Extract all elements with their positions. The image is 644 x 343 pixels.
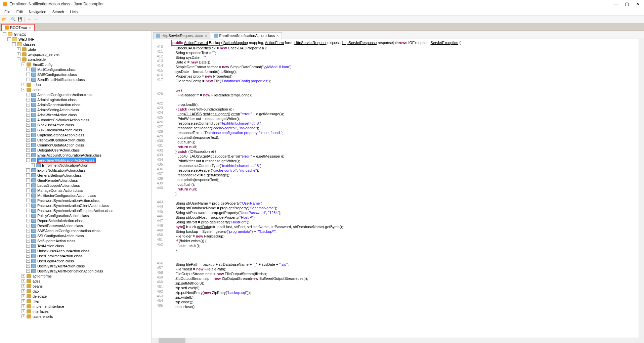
tree-toggle-icon[interactable]: + xyxy=(26,199,30,202)
tree-toggle-icon[interactable]: + xyxy=(26,93,30,96)
tree-toggle-icon[interactable]: + xyxy=(22,299,25,303)
tree-item[interactable]: +Ldap xyxy=(0,82,152,87)
tree-toggle-icon[interactable]: + xyxy=(26,118,30,122)
tree-toggle-icon[interactable]: + xyxy=(26,168,30,172)
tree-toggle-icon[interactable]: + xyxy=(26,78,30,81)
tree-item[interactable]: +UserSystrayAlertAction.class xyxy=(0,263,152,268)
tree-item[interactable]: +GeneralSettingAction.class xyxy=(0,173,152,178)
tree-toggle-icon[interactable]: + xyxy=(22,83,25,86)
file-tab-root[interactable]: ROOT.war ✕ xyxy=(1,24,35,31)
tree-item[interactable]: -action xyxy=(0,87,152,92)
tree-toggle-icon[interactable]: + xyxy=(26,234,30,238)
tree-toggle-icon[interactable]: + xyxy=(26,153,30,157)
tree-item[interactable]: +AdminLoginAction.class xyxy=(0,97,152,102)
tree-toggle-icon[interactable]: + xyxy=(26,128,30,132)
tree-item[interactable]: +iasnerenorts xyxy=(0,314,152,319)
tree-toggle-icon[interactable]: + xyxy=(26,214,30,217)
tree-toggle-icon[interactable]: + xyxy=(26,194,30,197)
tree-item[interactable]: +implementInterface xyxy=(0,304,152,309)
tree-toggle-icon[interactable]: + xyxy=(26,148,30,152)
tree-toggle-icon[interactable]: - xyxy=(22,62,25,66)
tree-toggle-icon[interactable]: - xyxy=(7,37,11,41)
tree-toggle-icon[interactable]: + xyxy=(22,274,25,278)
tree-toggle-icon[interactable]: + xyxy=(26,178,30,182)
tree-toggle-icon[interactable]: + xyxy=(22,304,25,308)
code-editor[interactable]: public ActionForward Backup(ActionMappin… xyxy=(170,39,639,338)
tree-item[interactable]: +PasswordSynchronizationRequestAction.cl… xyxy=(0,208,152,213)
tree-toggle-icon[interactable]: + xyxy=(26,103,30,106)
tree-toggle-icon[interactable]: + xyxy=(26,264,30,268)
tree-item[interactable]: +UserLoginAction.class xyxy=(0,258,152,263)
tree-item[interactable]: +ManageDomainAction.class xyxy=(0,188,152,193)
tree-item[interactable]: +LadssSupportAction.class xyxy=(0,183,152,188)
tree-toggle-icon[interactable]: + xyxy=(26,133,30,137)
tree-item[interactable]: +.data xyxy=(0,47,152,52)
back-icon[interactable]: ⇦ xyxy=(26,16,32,23)
tree-toggle-icon[interactable]: + xyxy=(26,113,30,117)
tree-item[interactable]: +UserEnrollmentAction.class xyxy=(0,253,152,258)
tree-toggle-icon[interactable]: + xyxy=(26,98,30,101)
menu-navigation[interactable]: Navigation xyxy=(26,9,49,15)
tree-toggle-icon[interactable]: + xyxy=(22,294,25,298)
tree-toggle-icon[interactable]: + xyxy=(26,204,30,207)
tree-toggle-icon[interactable]: + xyxy=(26,108,30,112)
maximize-button[interactable]: ▢ xyxy=(625,2,629,6)
tree-item[interactable]: +SMSConfiguration.class xyxy=(0,72,152,77)
close-icon[interactable]: ✕ xyxy=(276,34,279,38)
tree-item[interactable]: +SendEmailNotifications.class xyxy=(0,77,152,82)
tree-toggle-icon[interactable]: - xyxy=(12,42,16,46)
tree-item[interactable]: +CommonUpdateAction.class xyxy=(0,142,152,147)
tree-item[interactable]: +DelegateUserAction.class xyxy=(0,147,152,153)
tree-item[interactable]: +PasswordSynchronizationAction.class xyxy=(0,198,152,203)
tree-item[interactable]: +.wlsjsps.jsp_servlet xyxy=(0,52,152,57)
tree-item[interactable]: +EnrollmentNotificationAction xyxy=(0,163,152,168)
tree-toggle-icon[interactable]: + xyxy=(17,47,20,51)
tree-item[interactable]: -EnrollmentNotificationAction.class xyxy=(0,158,152,163)
tree-item[interactable]: +ClientSelfUpdateAction.class xyxy=(0,137,152,142)
tree-item[interactable]: -com.lepide xyxy=(0,57,152,62)
tree-item[interactable]: +filter xyxy=(0,299,152,304)
tree-toggle-icon[interactable]: + xyxy=(26,229,30,232)
tree-toggle-icon[interactable]: + xyxy=(26,219,30,222)
menu-help[interactable]: Help xyxy=(67,9,81,15)
tree-toggle-icon[interactable]: + xyxy=(17,52,20,56)
tree-toggle-icon[interactable]: + xyxy=(26,143,30,147)
tree-toggle-icon[interactable]: + xyxy=(26,173,30,177)
tree-toggle-icon[interactable]: - xyxy=(22,88,25,91)
tree-toggle-icon[interactable]: + xyxy=(26,259,30,263)
tree-toggle-icon[interactable]: + xyxy=(31,163,35,167)
menu-file[interactable]: File xyxy=(1,9,13,15)
tree-item[interactable]: +GinaRemoteAction.class xyxy=(0,178,152,183)
tree-toggle-icon[interactable]: + xyxy=(22,314,25,318)
minimize-button[interactable]: — xyxy=(614,2,618,6)
open-icon[interactable]: 📂 xyxy=(1,16,7,23)
tree-item[interactable]: +AdminSettingAction.class xyxy=(0,107,152,112)
tree-item[interactable]: +AdminReportsAction.class xyxy=(0,102,152,107)
vertical-scrollbar[interactable] xyxy=(639,39,644,338)
tree-toggle-icon[interactable]: - xyxy=(26,158,30,162)
tree-item[interactable]: +SelfUpdateAction.class xyxy=(0,238,152,243)
tree-item[interactable]: +MultifactorConfigurationAction.class xyxy=(0,193,152,198)
tree-item[interactable]: +MailConfiguration.class xyxy=(0,67,152,72)
tree-toggle-icon[interactable]: + xyxy=(26,254,30,258)
tree-toggle-icon[interactable]: + xyxy=(26,239,30,243)
tree-toggle-icon[interactable]: + xyxy=(26,123,30,127)
menu-search[interactable]: Search xyxy=(49,9,67,15)
tree-toggle-icon[interactable]: + xyxy=(26,224,30,227)
tree-item[interactable]: +UserSystrayAlertNotificationAction.clas… xyxy=(0,268,152,273)
tree-item[interactable]: +BulkEnrollmentAction.class xyxy=(0,127,152,132)
editor-tab[interactable]: HttpServletRequest.class✕ xyxy=(153,32,210,39)
tree-toggle-icon[interactable]: + xyxy=(22,284,25,288)
forward-icon[interactable]: ⇨ xyxy=(33,16,39,23)
close-button[interactable]: ✕ xyxy=(635,2,640,6)
tree-toggle-icon[interactable]: + xyxy=(26,138,30,142)
tree-toggle-icon[interactable]: + xyxy=(26,68,30,71)
tree-item[interactable]: +ResetPasswordAction.class xyxy=(0,223,152,228)
horizontal-scrollbar[interactable] xyxy=(152,338,644,343)
save-icon[interactable]: 💾 xyxy=(17,16,23,23)
tree-item[interactable]: +EmailAccountConfigurationAction.class xyxy=(0,153,152,158)
tree-item[interactable]: +BlockUserAction.class xyxy=(0,122,152,127)
tree-item[interactable]: -WEB-INF xyxy=(0,37,152,42)
tree-toggle-icon[interactable]: - xyxy=(17,57,20,61)
tree-item[interactable]: -GinaCp xyxy=(0,32,152,37)
